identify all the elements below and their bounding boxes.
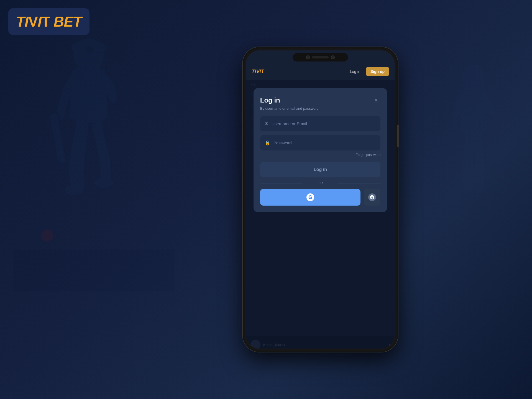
phone-outer-frame: TiViT Log in Sign up Tab 🌐 [243, 47, 398, 352]
phone-nav-signup-button[interactable]: Sign up [366, 67, 389, 76]
steam-login-button[interactable] [364, 189, 380, 206]
lock-icon: 🔒 [265, 140, 270, 145]
phone-nav-login-button[interactable]: Log in [347, 68, 363, 75]
phone-notch [293, 53, 348, 62]
google-icon: G [306, 193, 314, 201]
right-player-silhouette [432, 55, 515, 250]
modal-overlay: Log in × By username or email and passwo… [246, 80, 395, 349]
username-email-field-wrapper[interactable]: ✉ [260, 116, 380, 131]
or-divider: OR [260, 181, 380, 185]
phone-volume-down-button [242, 129, 243, 148]
modal-title: Log in [260, 96, 280, 104]
phone-speaker [312, 56, 329, 58]
svg-point-6 [41, 229, 53, 242]
phone-app-content: Tab 🌐 📡 ⚽ ⭐ [246, 80, 395, 349]
social-login-buttons: G [260, 189, 380, 206]
steam-icon [368, 193, 376, 201]
login-submit-button[interactable]: Log in [260, 162, 380, 177]
password-field-wrapper[interactable]: 🔒 [260, 135, 380, 150]
cricket-player-silhouette: GM [14, 28, 175, 291]
phone-front-sensor [331, 55, 335, 59]
phone-nav-actions: Log in Sign up [347, 67, 389, 76]
svg-point-3 [65, 185, 84, 195]
phone-mockup-wrapper: TiViT Log in Sign up Tab 🌐 [243, 47, 398, 352]
phone-power-button [397, 125, 399, 147]
login-modal: Log in × By username or email and passwo… [254, 88, 387, 212]
background-player-area: GM [0, 0, 194, 399]
modal-close-button[interactable]: × [372, 96, 380, 105]
phone-screen: TiViT Log in Sign up Tab 🌐 [246, 50, 395, 349]
phone-silent-button [242, 152, 243, 172]
svg-point-4 [94, 178, 114, 188]
svg-point-10 [372, 197, 373, 198]
phone-camera [306, 55, 310, 59]
brand-logo-text: TiViT BET [16, 13, 82, 30]
svg-rect-8 [14, 249, 175, 291]
phone-volume-up-button [242, 111, 243, 125]
email-icon: ✉ [265, 121, 268, 126]
forgot-password-link[interactable]: Forgot password [356, 153, 380, 157]
username-email-input[interactable] [272, 121, 376, 126]
password-input[interactable] [273, 140, 376, 145]
forgot-password-area: Forgot password [260, 152, 380, 157]
google-login-button[interactable]: G [260, 189, 360, 206]
phone-app-logo: TiViT [252, 69, 264, 75]
brand-logo-container: TiViT BET [8, 8, 89, 35]
modal-header: Log in × [260, 96, 380, 105]
svg-point-5 [87, 46, 93, 53]
modal-subtitle: By username or email and password [260, 106, 380, 111]
